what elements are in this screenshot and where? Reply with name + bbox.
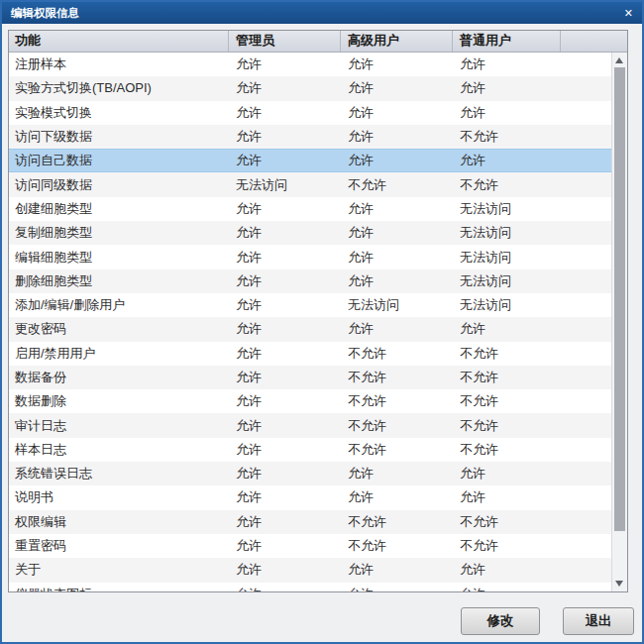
permission-cell: 允许 [341,272,453,290]
permission-cell: 允许 [453,152,561,169]
permission-cell: 允许 [229,345,341,363]
function-cell: 访问自己数据 [9,152,229,169]
permission-cell: 允许 [453,79,561,97]
permission-cell: 允许 [229,586,341,591]
permission-cell: 允许 [229,224,341,242]
vertical-scrollbar[interactable] [611,53,627,591]
permission-cell: 允许 [229,152,341,169]
function-cell: 注册样本 [9,55,229,73]
table-row[interactable]: 编辑细胞类型允许允许无法访问 [9,245,612,268]
column-header-3[interactable]: 普通用户 [453,31,561,52]
table-row[interactable]: 数据删除允许不允许不允许 [9,389,612,413]
function-cell: 关于 [9,561,229,579]
permission-cell: 允许 [229,296,341,314]
column-header-0[interactable]: 功能 [9,31,229,52]
scrollbar-thumb[interactable] [614,67,625,531]
function-cell: 样本日志 [9,441,229,459]
permission-cell: 允许 [341,465,453,483]
permission-cell: 允许 [341,55,453,73]
table-row[interactable]: 注册样本允许允许允许 [9,53,612,76]
permission-cell: 不允许 [341,345,453,363]
permission-cell: 允许 [229,392,341,410]
permission-cell: 不允许 [341,441,453,459]
column-header-1[interactable]: 管理员 [229,31,341,52]
function-cell: 启用/禁用用户 [9,345,229,363]
column-header-2[interactable]: 高级用户 [341,31,453,52]
table-row[interactable]: 删除细胞类型允许允许无法访问 [9,269,612,293]
table-row[interactable]: 仪器状态图标允许允许允许 [9,583,612,591]
table-row[interactable]: 审计日志允许不允许不允许 [9,413,612,437]
function-cell: 访问同级数据 [9,176,229,194]
permission-cell: 允许 [453,320,561,338]
permission-cell: 允许 [341,128,453,146]
table-row[interactable]: 访问下级数据允许允许不允许 [9,125,612,149]
scroll-up-icon[interactable] [615,57,623,63]
permission-cell: 允许 [229,417,341,435]
table-row[interactable]: 实验模式切换允许允许允许 [9,101,612,125]
permission-cell: 允许 [453,586,561,591]
function-cell: 仪器状态图标 [9,586,229,591]
permission-cell: 不允许 [453,176,561,194]
permission-cell: 不允许 [453,513,561,531]
permission-cell: 不允许 [453,345,561,363]
modify-button[interactable]: 修改 [461,607,540,635]
table-row[interactable]: 实验方式切换(TB/AOPI)允许允许允许 [9,76,612,100]
permission-cell: 允许 [229,272,341,290]
permission-cell: 允许 [453,561,561,579]
exit-button[interactable]: 退出 [563,607,634,635]
close-icon[interactable]: ✕ [624,2,633,24]
permission-cell: 允许 [229,488,341,506]
permission-cell: 允许 [341,79,453,97]
table-row[interactable]: 样本日志允许不允许不允许 [9,438,612,462]
table-row[interactable]: 系统错误日志允许允许允许 [9,462,612,485]
column-header-4[interactable] [561,31,627,52]
permission-cell: 允许 [341,104,453,122]
permission-cell: 允许 [229,320,341,338]
table-row[interactable]: 重置密码允许不允许不允许 [9,534,612,558]
permission-cell: 无法访问 [229,176,341,194]
permission-cell: 允许 [229,537,341,555]
permission-cell: 允许 [453,55,561,73]
permission-cell: 允许 [229,561,341,579]
table-row[interactable]: 更改密码允许允许允许 [9,317,612,341]
permission-cell: 允许 [341,488,453,506]
permission-cell: 允许 [229,465,341,483]
table-row[interactable]: 说明书允许允许允许 [9,485,612,509]
permission-cell: 无法访问 [341,296,453,314]
permissions-table: 功能管理员高级用户普通用户 注册样本允许允许允许实验方式切换(TB/AOPI)允… [8,30,628,592]
function-cell: 删除细胞类型 [9,272,229,290]
function-cell: 实验方式切换(TB/AOPI) [9,79,229,97]
function-cell: 数据删除 [9,392,229,410]
scroll-down-icon[interactable] [615,581,623,587]
permission-cell: 允许 [229,104,341,122]
table-row[interactable]: 访问自己数据允许允许允许 [9,149,612,172]
permission-cell: 无法访问 [453,224,561,242]
table-row[interactable]: 启用/禁用用户允许不允许不允许 [9,342,612,366]
table-row[interactable]: 复制细胞类型允许允许无法访问 [9,221,612,245]
function-cell: 权限编辑 [9,513,229,531]
function-cell: 系统错误日志 [9,465,229,483]
permission-cell: 允许 [229,79,341,97]
table-row[interactable]: 创建细胞类型允许允许无法访问 [9,197,612,221]
table-row[interactable]: 权限编辑允许不允许不允许 [9,510,612,534]
function-cell: 复制细胞类型 [9,224,229,242]
permission-cell: 不允许 [453,417,561,435]
table-row[interactable]: 添加/编辑/删除用户允许无法访问无法访问 [9,293,612,317]
dialog-title: 编辑权限信息 [11,7,79,19]
dialog-edit-permissions: 编辑权限信息 ✕ 功能管理员高级用户普通用户 注册样本允许允许允许实验方式切换(… [0,0,644,644]
function-cell: 创建细胞类型 [9,200,229,218]
table-body: 注册样本允许允许允许实验方式切换(TB/AOPI)允许允许允许实验模式切换允许允… [9,53,612,591]
permission-cell: 不允许 [453,128,561,146]
function-cell: 添加/编辑/删除用户 [9,296,229,314]
table-row[interactable]: 关于允许允许允许 [9,558,612,582]
titlebar: 编辑权限信息 ✕ [2,2,642,24]
permission-cell: 允许 [453,488,561,506]
permission-cell: 允许 [453,104,561,122]
function-cell: 访问下级数据 [9,128,229,146]
permission-cell: 允许 [229,513,341,531]
table-row[interactable]: 数据备份允许不允许不允许 [9,366,612,389]
permission-cell: 不允许 [341,513,453,531]
permission-cell: 允许 [341,586,453,591]
table-row[interactable]: 访问同级数据无法访问不允许不允许 [9,172,612,196]
function-cell: 编辑细胞类型 [9,249,229,267]
